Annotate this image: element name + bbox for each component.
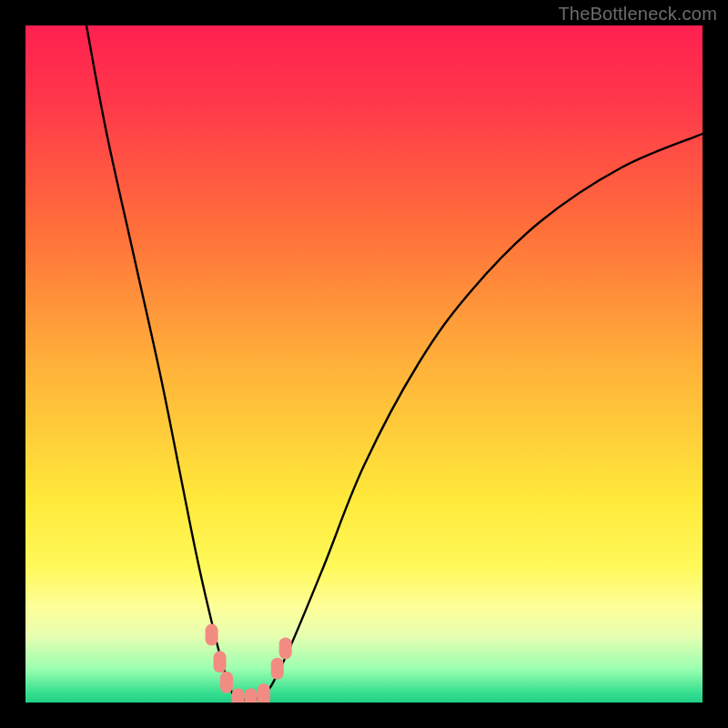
plot-area (25, 25, 703, 703)
highlight-marker (220, 672, 233, 693)
highlight-marker (245, 688, 258, 703)
highlight-marker (258, 683, 270, 703)
bottleneck-chart (25, 25, 703, 703)
chart-frame: TheBottleneck.com (0, 0, 728, 728)
watermark-text: TheBottleneck.com (558, 4, 717, 25)
highlight-marker (206, 624, 218, 646)
highlight-marker (271, 658, 284, 680)
highlight-marker (214, 651, 227, 672)
highlight-marker (232, 688, 245, 703)
highlight-marker (279, 637, 292, 659)
gradient-background (25, 25, 703, 703)
